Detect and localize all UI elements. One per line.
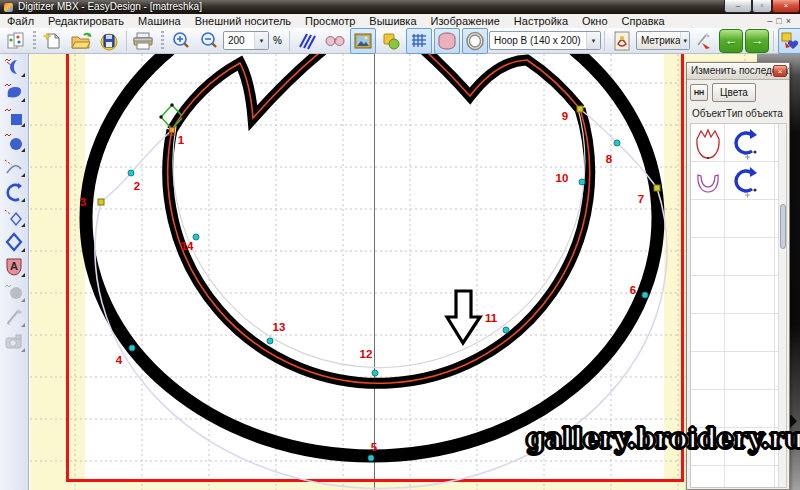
application-window: Digitizer MBX - EasyDesign - [matreshka]… [0, 0, 800, 490]
colors-button[interactable]: Цвета [712, 83, 756, 102]
zoom-level-value: 200 [228, 35, 245, 46]
undo-arrow-icon[interactable]: ← [719, 29, 743, 53]
close-button[interactable]: × [772, 0, 800, 13]
design-point[interactable] [368, 455, 374, 461]
design-point[interactable] [267, 338, 273, 344]
panel-scrollbar-thumb[interactable] [780, 204, 786, 249]
digitizing-toolbox: A [0, 54, 29, 490]
grid-toggle-icon[interactable] [406, 28, 432, 54]
point-number-label: 9 [562, 110, 568, 122]
object-row-2-crescent-icon[interactable] [694, 167, 722, 195]
point-number-label: 8 [606, 153, 613, 165]
punch-circle-tool[interactable] [0, 129, 27, 154]
menu-help[interactable]: Справка [615, 14, 672, 28]
point-number-label: 3 [80, 196, 86, 208]
design-thumbnail-icon[interactable] [609, 28, 635, 54]
monogram-lettering-tool[interactable]: A [0, 254, 27, 279]
menu-embroidery[interactable]: Вышивка [362, 14, 423, 28]
pointer-punch-icon[interactable] [691, 28, 717, 54]
punch-open-curve-tool[interactable] [0, 154, 27, 179]
design-point[interactable] [128, 170, 134, 176]
menu-edit[interactable]: Редактировать [41, 14, 131, 28]
point-number-label: 12 [360, 348, 373, 360]
point-number-label: 11 [485, 312, 498, 324]
show-image-icon[interactable] [350, 28, 376, 54]
redo-arrow-icon[interactable]: → [745, 29, 769, 53]
column-header-type: Тип объекта [726, 108, 783, 119]
svg-text:A: A [10, 260, 18, 272]
show-hoop-icon[interactable] [434, 28, 460, 54]
title-bar: Digitizer MBX - EasyDesign - [matreshka]… [0, 0, 800, 14]
punch-square-tool[interactable] [0, 104, 27, 129]
closed-curve-tool[interactable] [0, 179, 27, 204]
punch-blob-tool[interactable] [0, 79, 27, 104]
window-title: Digitizer MBX - EasyDesign - [matreshka] [18, 0, 202, 14]
point-number-label: 6 [630, 284, 636, 296]
menu-external-media[interactable]: Внешний носитель [188, 14, 298, 28]
menu-image[interactable]: Изображение [424, 14, 507, 28]
chevron-down-icon[interactable]: ▼ [680, 32, 688, 49]
menu-view[interactable]: Просмотр [298, 14, 362, 28]
hoop-ring-icon[interactable] [462, 28, 488, 54]
point-number-label: 1 [178, 134, 185, 146]
object-row-1-crown-icon[interactable] [693, 127, 723, 160]
zoom-level-combo[interactable]: 200 ▼ [223, 31, 269, 50]
point-number-label: 14 [181, 240, 194, 252]
object-row-1-runstitch-icon[interactable] [728, 127, 760, 160]
design-point[interactable] [372, 370, 378, 376]
point-number-label: 10 [556, 172, 569, 184]
punch-outline-diamond-tool[interactable] [0, 204, 27, 229]
design-point[interactable] [193, 234, 199, 240]
design-point[interactable] [614, 140, 620, 146]
zoom-out-icon[interactable] [196, 28, 222, 54]
gallery-watermark: gallery.broidery.ru [526, 423, 800, 454]
reorder-button[interactable]: НН [690, 84, 708, 101]
save-design-icon[interactable] [96, 28, 122, 54]
point-number-label: 2 [134, 180, 140, 192]
stitch-view-icon[interactable] [294, 28, 320, 54]
main-toolbar: 200 ▼ % Hoop B (140 x 200) ▼ [0, 28, 800, 54]
menu-window[interactable]: Окно [575, 14, 615, 28]
design-point[interactable] [503, 327, 509, 333]
toolbar-grip[interactable] [161, 31, 164, 51]
design-point[interactable] [642, 292, 648, 298]
object-colors-icon[interactable] [778, 28, 800, 54]
units-select[interactable]: Метрика ▼ [636, 31, 690, 50]
design-corner-point[interactable] [577, 106, 583, 112]
open-design-icon[interactable] [68, 28, 94, 54]
menu-bar: Файл Редактировать Машина Внешний носите… [0, 14, 800, 29]
object-row-2-runstitch-icon[interactable] [728, 165, 760, 198]
percent-label: % [273, 35, 282, 46]
design-corner-point[interactable] [98, 199, 104, 205]
design-point[interactable] [129, 345, 135, 351]
design-corner-point[interactable] [654, 185, 660, 191]
print-icon[interactable] [131, 28, 157, 54]
punch-crescent-tool[interactable] [0, 54, 27, 79]
minimize-button[interactable]: – [724, 0, 752, 13]
trueview-icon[interactable] [322, 28, 348, 54]
point-number-label: 4 [116, 354, 123, 366]
point-number-label: 7 [638, 193, 644, 205]
toolbar-grip[interactable] [33, 31, 36, 51]
chevron-down-icon[interactable]: ▼ [254, 32, 268, 49]
show-objects-icon[interactable] [378, 28, 404, 54]
menu-settings[interactable]: Настройка [507, 14, 575, 28]
menu-machine[interactable]: Машина [131, 14, 188, 28]
mdi-window-controls[interactable]: –□× [767, 14, 795, 28]
pen-tool-disabled [0, 304, 27, 329]
app-icon [4, 3, 13, 12]
panel-close-icon[interactable]: × [773, 65, 787, 77]
closed-diamond-tool[interactable] [0, 229, 27, 254]
zoom-in-icon[interactable] [168, 28, 194, 54]
hoop-select-value: Hoop B (140 x 200) [494, 35, 581, 46]
menu-file[interactable]: Файл [0, 14, 41, 28]
maximize-button[interactable]: ▫ [752, 0, 772, 13]
chevron-down-icon[interactable]: ▼ [586, 32, 600, 49]
color-film-icon[interactable] [3, 28, 29, 54]
design-point[interactable] [579, 179, 585, 185]
point-number-label: 5 [371, 441, 378, 453]
hoop-select[interactable]: Hoop B (140 x 200) ▼ [489, 31, 601, 50]
photo-tool-disabled [0, 329, 27, 354]
new-design-icon[interactable] [40, 28, 66, 54]
punch-ball-tool-disabled [0, 279, 27, 304]
